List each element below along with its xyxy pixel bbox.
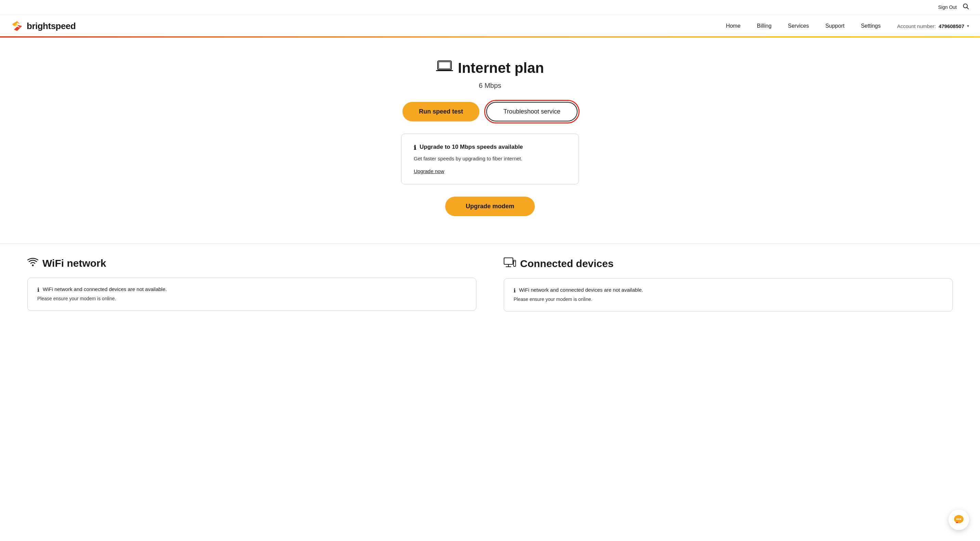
info-box-title: ℹ Upgrade to 10 Mbps speeds available [414,144,566,151]
connected-devices-section: Connected devices ℹ WiFi network and con… [504,258,953,312]
svg-point-9 [32,264,34,266]
nav-item-home[interactable]: Home [726,15,741,37]
internet-plan-title: Internet plan [343,59,637,76]
svg-rect-8 [442,70,447,70]
upgrade-now-link[interactable]: Upgrade now [414,168,444,174]
account-number: 479608507 [939,23,964,29]
chevron-down-icon: ▾ [967,24,969,29]
nav-links: Home Billing Services Support Settings [726,15,881,37]
svg-rect-10 [504,258,513,264]
nav-item-settings[interactable]: Settings [861,15,881,37]
main-content: Internet plan 6 Mbps Run speed test Trou… [336,39,644,230]
upgrade-info-box: ℹ Upgrade to 10 Mbps speeds available Ge… [401,134,579,184]
wifi-info-icon: ℹ [37,286,39,293]
wifi-section-title: WiFi network [27,258,476,269]
svg-rect-6 [439,62,450,69]
account-area[interactable]: Account number: 479608507 ▾ [897,23,969,29]
navbar: brightspeed Home Billing Services Suppor… [0,14,980,39]
nav-item-billing[interactable]: Billing [757,15,772,37]
nav-item-support[interactable]: Support [826,15,845,37]
laptop-icon [436,59,453,76]
connected-devices-title: Connected devices [504,258,953,270]
connected-info-desc: Please ensure your modem is online. [514,296,943,303]
page-title: Internet plan [458,60,544,76]
section-divider [0,243,980,244]
account-label: Account number: [897,23,936,29]
monitor-icon [504,258,516,270]
wifi-info-desc: Please ensure your modem is online. [37,295,466,302]
wifi-info-box-title: ℹ WiFi network and connected devices are… [37,286,466,293]
sign-out-link[interactable]: Sign Out [938,5,957,10]
nav-item-services[interactable]: Services [788,15,809,37]
svg-rect-5 [438,61,451,70]
info-icon: ℹ [414,144,416,151]
connected-devices-label: Connected devices [520,258,613,269]
logo-text: brightspeed [27,21,76,32]
troubleshoot-service-button[interactable]: Troubleshoot service [486,102,577,121]
logo[interactable]: brightspeed [11,14,76,38]
wifi-title: WiFi network [42,258,106,269]
speed-text: 6 Mbps [343,82,637,90]
svg-line-1 [967,8,969,9]
top-bar: Sign Out [0,0,980,14]
buttons-row: Run speed test Troubleshoot service [343,102,637,121]
connected-info-icon: ℹ [514,287,515,294]
svg-rect-13 [514,260,515,266]
connected-devices-info-box: ℹ WiFi network and connected devices are… [504,278,953,312]
connected-info-box-title: ℹ WiFi network and connected devices are… [514,287,943,294]
info-box-desc: Get faster speeds by upgrading to fiber … [414,155,566,163]
bottom-sections: WiFi network ℹ WiFi network and connecte… [0,258,980,325]
search-icon[interactable] [962,3,969,11]
wifi-info-box: ℹ WiFi network and connected devices are… [27,278,476,311]
logo-icon [11,20,23,32]
upgrade-modem-button[interactable]: Upgrade modem [445,197,535,216]
wifi-icon [27,258,38,269]
run-speed-test-button[interactable]: Run speed test [402,102,479,121]
wifi-section: WiFi network ℹ WiFi network and connecte… [27,258,476,312]
